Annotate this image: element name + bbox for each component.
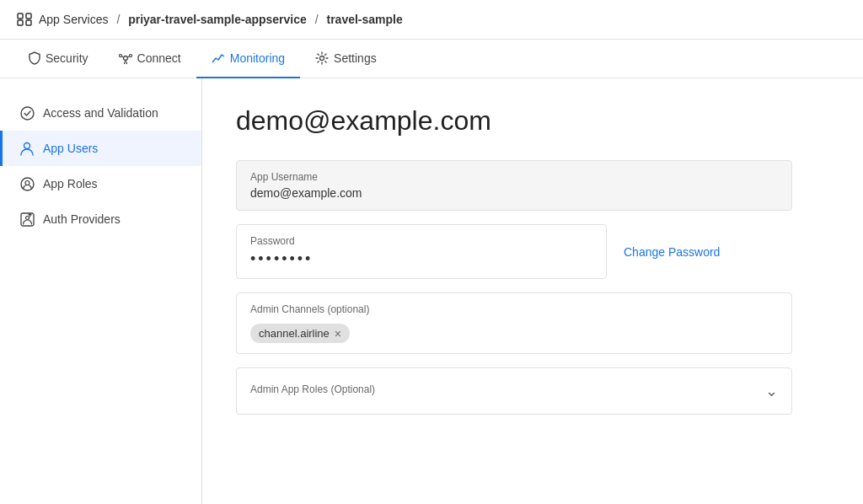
username-label: App Username — [250, 171, 778, 183]
svg-point-17 — [25, 216, 29, 219]
tab-monitoring[interactable]: Monitoring — [196, 40, 300, 78]
username-value: demo@example.com — [250, 186, 778, 200]
tab-settings-label: Settings — [334, 51, 377, 65]
network-icon — [119, 52, 132, 64]
svg-point-5 — [119, 55, 121, 57]
tab-connect[interactable]: Connect — [104, 40, 196, 78]
password-field-group: Password •••••••• — [236, 224, 607, 279]
tab-security-label: Security — [46, 51, 88, 65]
main-layout: Access and Validation App Users App Role… — [0, 78, 863, 504]
app-services-icon — [17, 12, 32, 27]
channels-label: Admin Channels (optional) — [250, 303, 778, 315]
svg-point-6 — [129, 55, 131, 57]
username-field-group: App Username demo@example.com — [236, 160, 792, 211]
breadcrumb-db[interactable]: travel-sample — [327, 13, 403, 26]
sidebar-item-auth-providers[interactable]: Auth Providers — [0, 201, 201, 237]
chevron-down-icon: ⌄ — [765, 382, 778, 400]
channel-tags: channel.airline × — [250, 319, 778, 343]
breadcrumb-sep-2: / — [315, 13, 319, 26]
svg-point-11 — [320, 56, 324, 61]
tab-bar: Security Connect Monitoring — [0, 40, 863, 78]
breadcrumb-appservice[interactable]: priyar-travel-sample-appservice — [128, 13, 307, 26]
chart-icon — [212, 52, 225, 64]
channel-tag: channel.airline × — [250, 324, 350, 343]
breadcrumb-text: App Services / priyar-travel-sample-apps… — [39, 13, 403, 26]
roles-field[interactable]: Admin App Roles (Optional) ⌄ — [236, 367, 792, 415]
sidebar-app-users-label: App Users — [43, 142, 98, 155]
sidebar-item-access-validation[interactable]: Access and Validation — [0, 95, 201, 131]
password-row: Password •••••••• Change Password — [236, 224, 829, 279]
breadcrumb-sep-1: / — [116, 13, 120, 26]
password-dots: •••••••• — [250, 250, 592, 268]
breadcrumb-bar: App Services / priyar-travel-sample-apps… — [0, 0, 863, 40]
svg-point-4 — [123, 56, 127, 61]
breadcrumb-app-services[interactable]: App Services — [39, 13, 108, 26]
channels-field[interactable]: Admin Channels (optional) channel.airlin… — [236, 292, 792, 354]
person-icon — [19, 141, 35, 156]
password-label: Password — [250, 235, 592, 247]
content-area: demo@example.com App Username demo@examp… — [202, 78, 863, 504]
svg-rect-0 — [18, 13, 23, 19]
check-circle-icon — [19, 105, 35, 121]
change-password-button[interactable]: Change Password — [624, 245, 720, 259]
sidebar-item-app-users[interactable]: App Users — [0, 131, 201, 166]
tab-connect-label: Connect — [137, 51, 181, 65]
tab-security[interactable]: Security — [13, 40, 104, 78]
channel-tag-close[interactable]: × — [335, 328, 341, 340]
svg-point-12 — [21, 107, 34, 120]
roles-label: Admin App Roles (Optional) — [250, 383, 375, 395]
channel-tag-text: channel.airline — [259, 327, 330, 340]
svg-rect-1 — [26, 13, 31, 19]
svg-point-13 — [24, 142, 30, 148]
upload-person-icon — [19, 212, 35, 227]
gear-icon — [315, 51, 329, 65]
tab-settings[interactable]: Settings — [300, 40, 392, 78]
svg-rect-2 — [18, 20, 23, 25]
user-email-title: demo@example.com — [236, 105, 829, 137]
svg-rect-3 — [26, 20, 31, 25]
sidebar-app-roles-label: App Roles — [43, 177, 98, 190]
sidebar-access-validation-label: Access and Validation — [43, 106, 158, 120]
sidebar-item-app-roles[interactable]: App Roles — [0, 166, 201, 201]
shield-icon — [29, 51, 40, 65]
sidebar-auth-providers-label: Auth Providers — [43, 212, 121, 226]
svg-point-7 — [124, 62, 126, 65]
tab-monitoring-label: Monitoring — [230, 51, 285, 65]
sidebar: Access and Validation App Users App Role… — [0, 78, 202, 504]
svg-point-15 — [25, 180, 29, 185]
person-circle-icon — [19, 176, 35, 191]
